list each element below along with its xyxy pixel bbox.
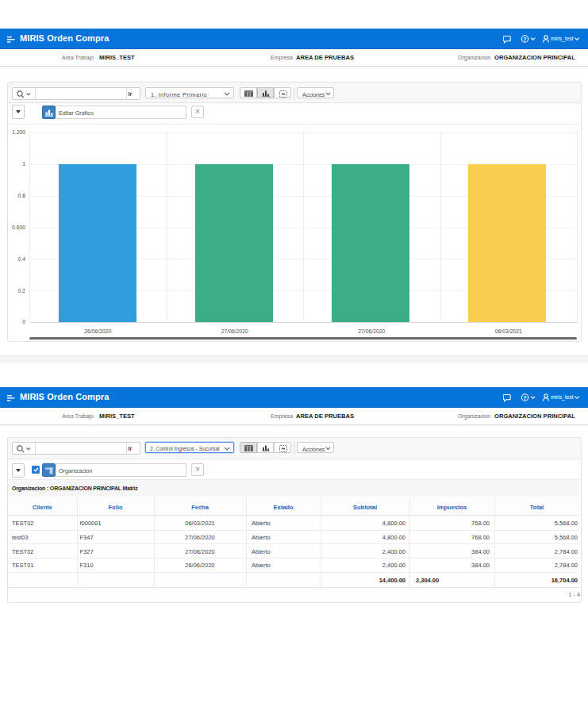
svg-text:miris_test: miris_test	[551, 36, 574, 42]
svg-text:?: ?	[523, 395, 526, 401]
svg-text:?: ?	[523, 36, 526, 42]
svg-text:miris_test: miris_test	[551, 394, 574, 401]
